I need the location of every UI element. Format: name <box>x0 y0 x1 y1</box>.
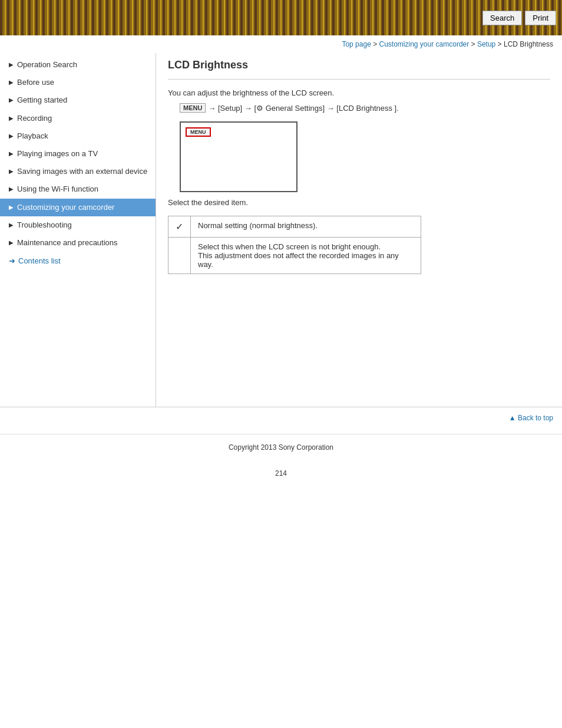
sidebar-item-playback[interactable]: ▶Playback <box>0 127 156 145</box>
sidebar-item-operation-search[interactable]: ▶Operation Search <box>0 56 156 74</box>
sidebar-item-getting-started[interactable]: ▶Getting started <box>0 91 156 109</box>
header: Search Print <box>0 0 562 35</box>
breadcrumb-setup[interactable]: Setup <box>477 40 495 48</box>
table-row: ✓Normal setting (normal brightness). <box>168 216 421 238</box>
lcd-menu-button: MENU <box>186 127 211 137</box>
menu-key: MENU <box>180 103 206 113</box>
breadcrumb-current: LCD Brightness <box>504 40 553 48</box>
page-number: 214 <box>0 460 562 486</box>
arrow-right-icon: ➜ <box>9 256 15 265</box>
chevron-right-icon: ▶ <box>9 132 14 140</box>
sidebar-item-label: Playing images on a TV <box>17 149 98 159</box>
check-cell-0: ✓ <box>168 216 191 238</box>
sidebar-item-label: Getting started <box>17 95 67 106</box>
contents-list-link[interactable]: ➜Contents list <box>0 252 156 270</box>
main-content: LCD Brightness You can adjust the bright… <box>156 53 562 407</box>
breadcrumb: Top page > Customizing your camcorder > … <box>0 35 562 53</box>
desc-cell-1: Select this when the LCD screen is not b… <box>191 238 421 274</box>
copyright-text: Copyright 2013 Sony Corporation <box>229 443 333 452</box>
chevron-right-icon: ▶ <box>9 167 14 176</box>
lcd-preview: MENU <box>180 121 297 192</box>
sidebar-item-label: Using the Wi-Fi function <box>17 184 98 195</box>
page-layout: ▶Operation Search▶Before use▶Getting sta… <box>0 53 562 407</box>
sidebar-item-label: Troubleshooting <box>17 220 72 230</box>
back-to-top-link[interactable]: ▲ Back to top <box>509 414 553 422</box>
chevron-right-icon: ▶ <box>9 221 14 229</box>
sidebar-item-label: Customizing your camcorder <box>17 202 114 213</box>
table-row: Select this when the LCD screen is not b… <box>168 238 421 274</box>
page-title: LCD Brightness <box>168 59 550 71</box>
chevron-right-icon: ▶ <box>9 203 14 212</box>
select-text: Select the desired item. <box>168 198 550 207</box>
settings-table: ✓Normal setting (normal brightness).Sele… <box>168 216 421 274</box>
sidebar-item-label: Playback <box>17 131 48 141</box>
sidebar-item-recording[interactable]: ▶Recording <box>0 110 156 127</box>
sidebar-item-saving-images[interactable]: ▶Saving images with an external device <box>0 163 156 180</box>
sidebar-item-playing-images[interactable]: ▶Playing images on a TV <box>0 145 156 163</box>
sidebar-item-customizing[interactable]: ▶Customizing your camcorder <box>0 199 156 216</box>
description-text: You can adjust the brightness of the LCD… <box>168 88 550 97</box>
sidebar-item-label: Before use <box>17 77 54 88</box>
check-cell-1 <box>168 238 191 274</box>
sidebar-item-label: Recording <box>17 113 52 124</box>
sidebar-item-before-use[interactable]: ▶Before use <box>0 74 156 91</box>
sidebar: ▶Operation Search▶Before use▶Getting sta… <box>0 53 156 407</box>
sidebar-item-maintenance[interactable]: ▶Maintenance and precautions <box>0 234 156 252</box>
breadcrumb-top-page[interactable]: Top page <box>342 40 371 48</box>
footer: Copyright 2013 Sony Corporation <box>0 434 562 460</box>
desc-cell-0: Normal setting (normal brightness). <box>191 216 421 238</box>
search-button[interactable]: Search <box>482 11 522 25</box>
chevron-right-icon: ▶ <box>9 61 14 69</box>
chevron-right-icon: ▶ <box>9 185 14 193</box>
sidebar-item-label: Saving images with an external device <box>17 166 147 177</box>
back-to-top-row: ▲ Back to top <box>0 407 562 428</box>
print-button[interactable]: Print <box>525 11 556 25</box>
chevron-right-icon: ▶ <box>9 239 14 247</box>
menu-instruction: MENU → [Setup] → [ ⚙ General Settings ] … <box>180 103 550 113</box>
page-title-section: LCD Brightness <box>168 59 550 80</box>
chevron-right-icon: ▶ <box>9 114 14 123</box>
breadcrumb-customizing[interactable]: Customizing your camcorder <box>379 40 470 48</box>
sidebar-item-label: Maintenance and precautions <box>17 238 118 248</box>
chevron-right-icon: ▶ <box>9 150 14 158</box>
sidebar-item-troubleshooting[interactable]: ▶Troubleshooting <box>0 216 156 234</box>
sidebar-item-wifi[interactable]: ▶Using the Wi-Fi function <box>0 180 156 198</box>
chevron-right-icon: ▶ <box>9 78 14 87</box>
contents-list-label: Contents list <box>18 256 61 265</box>
chevron-right-icon: ▶ <box>9 96 14 104</box>
sidebar-item-label: Operation Search <box>17 60 77 70</box>
